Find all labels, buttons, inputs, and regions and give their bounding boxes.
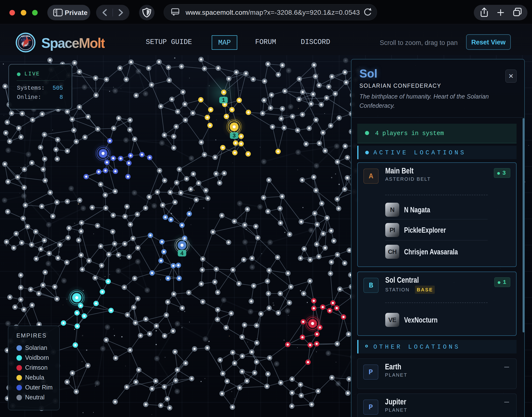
svg-text:SpaceMolt: SpaceMolt: [21, 35, 30, 37]
svg-text:3: 3: [232, 133, 236, 139]
svg-text:4: 4: [180, 250, 184, 257]
svg-text:1: 1: [222, 97, 225, 104]
